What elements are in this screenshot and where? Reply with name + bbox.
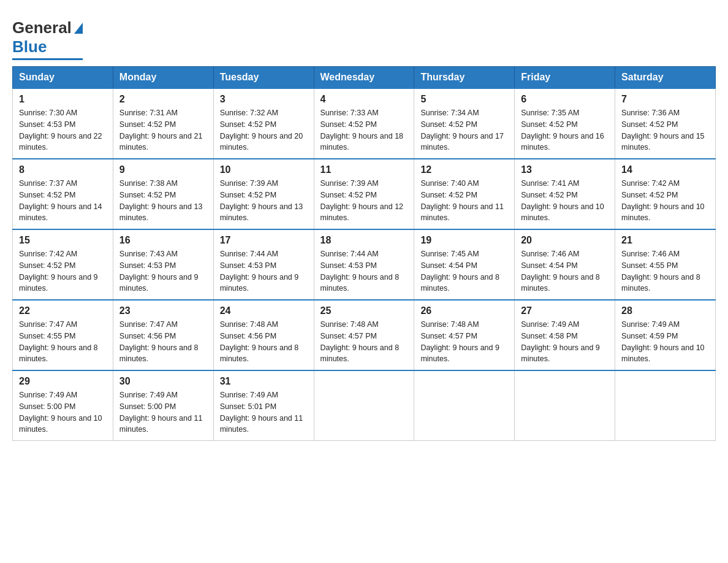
day-number: 11 xyxy=(320,164,408,175)
day-sun-info: Sunrise: 7:38 AMSunset: 4:52 PMDaylight:… xyxy=(119,178,207,224)
day-number: 26 xyxy=(420,305,508,316)
calendar-day-cell: 27Sunrise: 7:49 AMSunset: 4:58 PMDayligh… xyxy=(515,300,615,370)
day-sun-info: Sunrise: 7:49 AMSunset: 4:58 PMDaylight:… xyxy=(521,319,609,365)
day-sun-info: Sunrise: 7:49 AMSunset: 5:00 PMDaylight:… xyxy=(19,389,107,435)
page-header: General Blue xyxy=(12,12,716,60)
day-sun-info: Sunrise: 7:33 AMSunset: 4:52 PMDaylight:… xyxy=(320,107,408,153)
calendar-day-cell: 23Sunrise: 7:47 AMSunset: 4:56 PMDayligh… xyxy=(113,300,213,370)
day-number: 17 xyxy=(220,235,308,246)
day-number: 20 xyxy=(521,235,609,246)
day-number: 16 xyxy=(119,235,207,246)
calendar-day-cell: 28Sunrise: 7:49 AMSunset: 4:59 PMDayligh… xyxy=(615,300,716,370)
day-sun-info: Sunrise: 7:47 AMSunset: 4:55 PMDaylight:… xyxy=(19,319,107,365)
day-number: 21 xyxy=(621,235,709,246)
day-of-week-header: Friday xyxy=(515,67,615,89)
day-number: 30 xyxy=(119,376,207,387)
day-of-week-header: Thursday xyxy=(414,67,515,89)
calendar-week-row: 29Sunrise: 7:49 AMSunset: 5:00 PMDayligh… xyxy=(13,370,716,441)
day-number: 9 xyxy=(119,164,207,175)
day-sun-info: Sunrise: 7:32 AMSunset: 4:52 PMDaylight:… xyxy=(220,107,308,153)
day-sun-info: Sunrise: 7:43 AMSunset: 4:53 PMDaylight:… xyxy=(119,248,207,294)
day-number: 6 xyxy=(521,94,609,105)
day-sun-info: Sunrise: 7:49 AMSunset: 4:59 PMDaylight:… xyxy=(621,319,709,365)
day-sun-info: Sunrise: 7:44 AMSunset: 4:53 PMDaylight:… xyxy=(320,248,408,294)
logo-general-text: General xyxy=(12,18,72,37)
day-sun-info: Sunrise: 7:40 AMSunset: 4:52 PMDaylight:… xyxy=(420,178,508,224)
day-number: 31 xyxy=(220,376,308,387)
calendar-day-cell: 4Sunrise: 7:33 AMSunset: 4:52 PMDaylight… xyxy=(314,88,414,159)
day-number: 28 xyxy=(621,305,709,316)
day-number: 22 xyxy=(19,305,107,316)
day-number: 5 xyxy=(420,94,508,105)
day-number: 23 xyxy=(119,305,207,316)
calendar-week-row: 22Sunrise: 7:47 AMSunset: 4:55 PMDayligh… xyxy=(13,300,716,370)
calendar-day-cell: 21Sunrise: 7:46 AMSunset: 4:55 PMDayligh… xyxy=(615,229,716,300)
calendar-day-cell: 25Sunrise: 7:48 AMSunset: 4:57 PMDayligh… xyxy=(314,300,414,370)
day-number: 3 xyxy=(220,94,308,105)
day-sun-info: Sunrise: 7:39 AMSunset: 4:52 PMDaylight:… xyxy=(320,178,408,224)
calendar-day-cell: 1Sunrise: 7:30 AMSunset: 4:53 PMDaylight… xyxy=(13,88,113,159)
day-sun-info: Sunrise: 7:46 AMSunset: 4:55 PMDaylight:… xyxy=(621,248,709,294)
day-sun-info: Sunrise: 7:48 AMSunset: 4:57 PMDaylight:… xyxy=(420,319,508,365)
calendar-day-cell xyxy=(515,370,615,441)
calendar-day-cell: 22Sunrise: 7:47 AMSunset: 4:55 PMDayligh… xyxy=(13,300,113,370)
calendar-day-cell: 10Sunrise: 7:39 AMSunset: 4:52 PMDayligh… xyxy=(213,159,314,229)
calendar-day-cell: 15Sunrise: 7:42 AMSunset: 4:52 PMDayligh… xyxy=(13,229,113,300)
day-number: 15 xyxy=(19,235,107,246)
logo-blue-text: Blue xyxy=(12,37,47,56)
day-sun-info: Sunrise: 7:48 AMSunset: 4:56 PMDaylight:… xyxy=(220,319,308,365)
calendar-day-cell: 20Sunrise: 7:46 AMSunset: 4:54 PMDayligh… xyxy=(515,229,615,300)
calendar-day-cell xyxy=(414,370,515,441)
logo: General Blue xyxy=(12,12,83,60)
day-of-week-header: Monday xyxy=(113,67,213,89)
calendar-day-cell: 19Sunrise: 7:45 AMSunset: 4:54 PMDayligh… xyxy=(414,229,515,300)
day-sun-info: Sunrise: 7:42 AMSunset: 4:52 PMDaylight:… xyxy=(19,248,107,294)
calendar-day-cell: 16Sunrise: 7:43 AMSunset: 4:53 PMDayligh… xyxy=(113,229,213,300)
day-number: 27 xyxy=(521,305,609,316)
calendar-day-cell: 14Sunrise: 7:42 AMSunset: 4:52 PMDayligh… xyxy=(615,159,716,229)
day-number: 13 xyxy=(521,164,609,175)
days-of-week-row: SundayMondayTuesdayWednesdayThursdayFrid… xyxy=(13,67,716,89)
day-sun-info: Sunrise: 7:47 AMSunset: 4:56 PMDaylight:… xyxy=(119,319,207,365)
calendar-week-row: 15Sunrise: 7:42 AMSunset: 4:52 PMDayligh… xyxy=(13,229,716,300)
calendar-week-row: 8Sunrise: 7:37 AMSunset: 4:52 PMDaylight… xyxy=(13,159,716,229)
day-number: 24 xyxy=(220,305,308,316)
calendar-day-cell: 11Sunrise: 7:39 AMSunset: 4:52 PMDayligh… xyxy=(314,159,414,229)
day-number: 8 xyxy=(19,164,107,175)
day-number: 18 xyxy=(320,235,408,246)
day-sun-info: Sunrise: 7:37 AMSunset: 4:52 PMDaylight:… xyxy=(19,178,107,224)
day-number: 25 xyxy=(320,305,408,316)
day-sun-info: Sunrise: 7:30 AMSunset: 4:53 PMDaylight:… xyxy=(19,107,107,153)
calendar-day-cell: 17Sunrise: 7:44 AMSunset: 4:53 PMDayligh… xyxy=(213,229,314,300)
day-number: 19 xyxy=(420,235,508,246)
calendar-day-cell: 31Sunrise: 7:49 AMSunset: 5:01 PMDayligh… xyxy=(213,370,314,441)
day-number: 29 xyxy=(19,376,107,387)
calendar-day-cell: 18Sunrise: 7:44 AMSunset: 4:53 PMDayligh… xyxy=(314,229,414,300)
day-sun-info: Sunrise: 7:49 AMSunset: 5:01 PMDaylight:… xyxy=(220,389,308,435)
calendar-day-cell xyxy=(615,370,716,441)
day-number: 2 xyxy=(119,94,207,105)
calendar-body: 1Sunrise: 7:30 AMSunset: 4:53 PMDaylight… xyxy=(13,88,716,441)
day-number: 12 xyxy=(420,164,508,175)
day-number: 14 xyxy=(621,164,709,175)
day-sun-info: Sunrise: 7:44 AMSunset: 4:53 PMDaylight:… xyxy=(220,248,308,294)
day-of-week-header: Wednesday xyxy=(314,67,414,89)
calendar-day-cell: 12Sunrise: 7:40 AMSunset: 4:52 PMDayligh… xyxy=(414,159,515,229)
calendar-day-cell: 24Sunrise: 7:48 AMSunset: 4:56 PMDayligh… xyxy=(213,300,314,370)
day-number: 4 xyxy=(320,94,408,105)
day-sun-info: Sunrise: 7:49 AMSunset: 5:00 PMDaylight:… xyxy=(119,389,207,435)
day-sun-info: Sunrise: 7:41 AMSunset: 4:52 PMDaylight:… xyxy=(521,178,609,224)
day-of-week-header: Saturday xyxy=(615,67,716,89)
calendar-table: SundayMondayTuesdayWednesdayThursdayFrid… xyxy=(12,66,716,441)
calendar-day-cell: 29Sunrise: 7:49 AMSunset: 5:00 PMDayligh… xyxy=(13,370,113,441)
day-sun-info: Sunrise: 7:36 AMSunset: 4:52 PMDaylight:… xyxy=(621,107,709,153)
day-sun-info: Sunrise: 7:45 AMSunset: 4:54 PMDaylight:… xyxy=(420,248,508,294)
day-sun-info: Sunrise: 7:31 AMSunset: 4:52 PMDaylight:… xyxy=(119,107,207,153)
calendar-day-cell: 26Sunrise: 7:48 AMSunset: 4:57 PMDayligh… xyxy=(414,300,515,370)
calendar-day-cell xyxy=(314,370,414,441)
day-number: 10 xyxy=(220,164,308,175)
day-number: 7 xyxy=(621,94,709,105)
day-sun-info: Sunrise: 7:35 AMSunset: 4:52 PMDaylight:… xyxy=(521,107,609,153)
calendar-day-cell: 30Sunrise: 7:49 AMSunset: 5:00 PMDayligh… xyxy=(113,370,213,441)
calendar-day-cell: 7Sunrise: 7:36 AMSunset: 4:52 PMDaylight… xyxy=(615,88,716,159)
